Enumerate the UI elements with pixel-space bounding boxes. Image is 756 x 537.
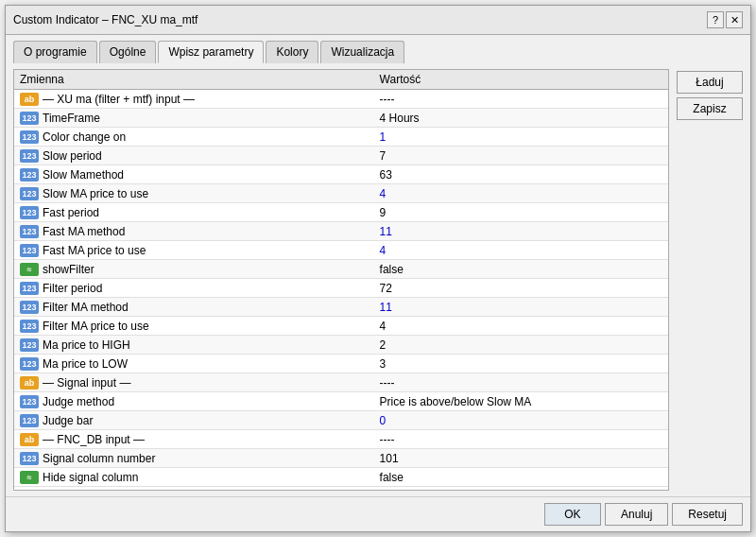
param-name: Color change on [43,130,126,144]
tab-ogolne[interactable]: Ogólne [99,41,157,63]
table-row[interactable]: 123Fast MA price to use4 [14,241,668,260]
param-value: 11 [374,298,668,317]
row-icon: ab [20,376,39,390]
param-name: Slow period [43,149,102,163]
help-button[interactable]: ? [707,11,724,28]
param-name: Hide signal column [43,471,138,484]
param-value: 3 [374,355,668,373]
param-name: TimeFrame [43,112,100,125]
anuluj-button[interactable]: Anuluj [605,503,668,526]
param-name: Fast MA method [43,225,125,238]
param-value: Price is above/below Slow MA [374,392,668,411]
param-value: false [374,468,668,487]
param-name: — Signal input — [43,376,130,390]
table-row[interactable]: 123Slow Mamethod63 [14,165,668,184]
title-bar: Custom Indicator – FNC_XU ma_mtf ? ✕ [6,6,750,35]
param-name: Judge method [43,395,114,408]
table-row[interactable]: 123Slow period7 [14,147,668,165]
table-header-row: Zmienna Wartość [14,70,668,90]
tabs-bar: O programieOgólneWpisz parametryKoloryWi… [6,35,750,63]
col-variable-header: Zmienna [14,70,374,90]
table-row[interactable]: ≈Hide signal columnfalse [14,468,668,487]
laduj-button[interactable]: Ładuj [677,71,743,94]
dialog: Custom Indicator – FNC_XU ma_mtf ? ✕ O p… [5,5,751,532]
row-icon: ab [20,93,39,106]
params-table: Zmienna Wartość ab— XU ma (filter + mtf)… [14,70,668,487]
resetuj-button[interactable]: Resetuj [672,503,743,526]
param-name: Filter period [43,282,102,295]
params-table-container: Zmienna Wartość ab— XU ma (filter + mtf)… [13,69,669,491]
param-name: Slow Mamethod [43,168,124,182]
tab-wizualizacja[interactable]: Wizualizacja [320,41,404,63]
table-row[interactable]: 123TimeFrame4 Hours [14,109,668,128]
param-name: Ma price to HIGH [43,338,130,352]
param-value: 9 [374,203,668,222]
table-row[interactable]: 123Ma price to HIGH2 [14,336,668,355]
table-row[interactable]: 123Signal column number101 [14,449,668,468]
table-row[interactable]: 123Color change on1 [14,128,668,147]
param-name: Judge bar [43,414,93,427]
table-row[interactable]: 123Filter period72 [14,279,668,298]
title-bar-controls: ? ✕ [707,11,743,28]
row-icon: 123 [20,206,39,219]
close-button[interactable]: ✕ [726,11,743,28]
table-row[interactable]: 123Fast period9 [14,203,668,222]
table-row[interactable]: 123Filter MA method11 [14,298,668,317]
param-name: Filter MA method [43,301,129,314]
side-buttons: Ładuj Zapisz [677,69,743,491]
table-row[interactable]: 123Fast MA method11 [14,222,668,241]
row-icon: 123 [20,130,39,144]
table-row[interactable]: ab— XU ma (filter + mtf) input —---- [14,90,668,109]
param-name: Ma price to LOW [43,357,128,371]
table-row[interactable]: 123Ma price to LOW3 [14,355,668,373]
row-icon: 123 [20,187,39,200]
param-value: 4 [374,184,668,203]
param-value: 1 [374,128,668,147]
row-icon: 123 [20,414,39,427]
row-icon: 123 [20,357,39,371]
param-value: 2 [374,336,668,355]
param-value: 4 [374,317,668,336]
zapisz-button[interactable]: Zapisz [677,97,743,120]
tab-kolory[interactable]: Kolory [266,41,318,63]
table-row[interactable]: ab— FNC_DB input —---- [14,430,668,449]
param-name: — FNC_DB input — [43,433,145,446]
param-value: 11 [374,222,668,241]
param-value: 101 [374,449,668,468]
dialog-title: Custom Indicator – FNC_XU ma_mtf [13,13,198,26]
row-icon: 123 [20,149,39,163]
row-icon: 123 [20,338,39,352]
param-value: ---- [374,430,668,449]
row-icon: 123 [20,244,39,257]
param-value: 0 [374,411,668,430]
table-row[interactable]: ab— Signal input —---- [14,373,668,392]
param-name: Filter MA price to use [43,320,149,333]
row-icon: ≈ [20,263,39,276]
row-icon: 123 [20,320,39,333]
row-icon: 123 [20,225,39,238]
param-value: ---- [374,373,668,392]
row-icon: 123 [20,452,39,465]
param-name: showFilter [43,263,94,276]
param-value: 72 [374,279,668,298]
content-area: Zmienna Wartość ab— XU ma (filter + mtf)… [6,63,750,496]
param-value: 4 [374,241,668,260]
col-value-header: Wartość [374,70,668,90]
row-icon: 123 [20,301,39,314]
param-value: 7 [374,147,668,165]
tab-wpisz-parametry[interactable]: Wpisz parametry [158,41,264,63]
param-name: — XU ma (filter + mtf) input — [43,93,195,106]
param-value: ---- [374,90,668,109]
table-row[interactable]: ≈showFilterfalse [14,260,668,279]
tab-o-programie[interactable]: O programie [13,41,97,63]
param-value: false [374,260,668,279]
param-value: 4 Hours [374,109,668,128]
table-row[interactable]: 123Judge methodPrice is above/below Slow… [14,392,668,411]
table-row[interactable]: 123Filter MA price to use4 [14,317,668,336]
row-icon: 123 [20,282,39,295]
ok-button[interactable]: OK [544,503,601,526]
table-row[interactable]: 123Judge bar0 [14,411,668,430]
row-icon: 123 [20,168,39,182]
table-row[interactable]: 123Slow MA price to use4 [14,184,668,203]
param-name: Fast period [43,206,99,219]
